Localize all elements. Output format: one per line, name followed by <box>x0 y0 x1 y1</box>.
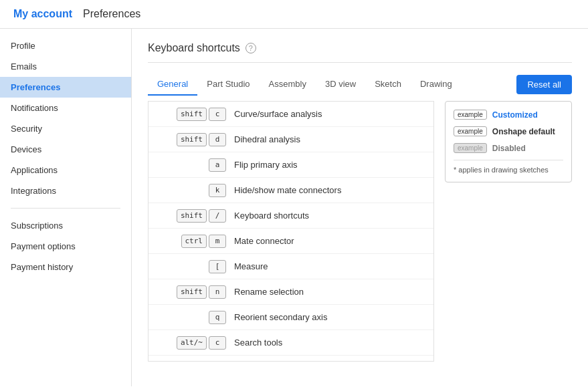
legend-note: * applies in drawing sketches <box>454 160 563 174</box>
sidebar-item-notifications[interactable]: Notifications <box>0 98 131 118</box>
tab-3d-view[interactable]: 3D view <box>316 74 365 96</box>
legend-item-disabled: example Disabled <box>454 143 563 153</box>
shortcut-keys: shift d <box>159 133 226 146</box>
shortcut-keys: [ <box>159 260 226 273</box>
sidebar-item-security[interactable]: Security <box>0 118 131 139</box>
key: shift <box>177 133 207 146</box>
key: a <box>209 158 226 172</box>
tab-assembly[interactable]: Assembly <box>260 74 316 96</box>
legend-label-customized: Customized <box>492 110 538 120</box>
key: [ <box>209 260 226 273</box>
sidebar: Profile Emails Preferences Notifications… <box>0 29 132 386</box>
tab-general[interactable]: General <box>148 74 197 96</box>
shortcut-label: Curve/surface analysis <box>234 109 322 119</box>
content-area: shift c Curve/surface analysis shift d D… <box>148 101 572 362</box>
shortcut-keys: k <box>159 184 226 197</box>
section-header: Keyboard shortcuts ? <box>148 42 572 63</box>
shortcut-label: Hide/show mate connectors <box>234 185 341 195</box>
shortcut-keys: shift n <box>159 285 226 299</box>
legend-item-customized: example Customized <box>454 110 563 120</box>
shortcut-keys: a <box>159 158 226 172</box>
sidebar-item-devices[interactable]: Devices <box>0 139 131 160</box>
shortcut-label: Mate connector <box>234 236 294 246</box>
key: c <box>209 336 226 350</box>
key: k <box>209 184 226 197</box>
shortcut-row: ctrl m Mate connector <box>149 229 433 254</box>
shortcut-keys: · <box>159 362 226 362</box>
page-header: My account Preferences <box>0 0 588 29</box>
shortcut-label: Rename selection <box>234 287 304 297</box>
main-layout: Profile Emails Preferences Notifications… <box>0 29 588 386</box>
key: ctrl <box>181 235 207 248</box>
my-account-link[interactable]: My account <box>13 8 72 20</box>
shortcut-label: Dihedral analysis <box>234 134 300 144</box>
shortcut-keys: q <box>159 311 226 324</box>
shortcut-keys: ctrl m <box>159 235 226 248</box>
shortcut-row: shift / Keyboard shortcuts <box>149 203 433 229</box>
shortcut-row: [ Measure <box>149 254 433 279</box>
shortcut-row: alt/~ c Search tools <box>149 330 433 356</box>
sidebar-item-subscriptions[interactable]: Subscriptions <box>0 215 131 236</box>
key: / <box>209 209 226 223</box>
sidebar-item-applications[interactable]: Applications <box>0 160 131 180</box>
shortcut-row: k Hide/show mate connectors <box>149 178 433 203</box>
shortcut-keys: shift c <box>159 108 226 121</box>
key: d <box>209 133 226 146</box>
shortcuts-list: shift c Curve/surface analysis shift d D… <box>149 102 433 362</box>
help-icon[interactable]: ? <box>246 43 256 53</box>
shortcut-label: Search tools <box>234 338 282 348</box>
key: q <box>209 311 226 324</box>
legend-label-onshape: Onshape default <box>492 127 555 136</box>
legend-item-onshape: example Onshape default <box>454 126 563 136</box>
tab-drawing[interactable]: Drawing <box>411 74 462 96</box>
shortcut-keys: shift / <box>159 209 226 223</box>
key: shift <box>177 285 207 299</box>
tabs-toolbar: General Part Studio Assembly 3D view Ske… <box>148 74 572 96</box>
key: shift <box>177 108 207 121</box>
sidebar-item-payment-options[interactable]: Payment options <box>0 236 131 257</box>
tab-sketch[interactable]: Sketch <box>365 74 411 96</box>
sidebar-item-preferences[interactable]: Preferences <box>0 77 131 98</box>
key: n <box>209 285 226 299</box>
shortcut-label: Reorient secondary axis <box>234 312 327 322</box>
legend-key-onshape: example <box>454 126 487 136</box>
key: shift <box>177 209 207 223</box>
legend-box: example Customized example Onshape defau… <box>445 101 572 182</box>
sidebar-item-payment-history[interactable]: Payment history <box>0 257 131 277</box>
shortcut-row: shift c Curve/surface analysis <box>149 102 433 127</box>
shortcut-row: shift d Dihedral analysis <box>149 127 433 152</box>
shortcut-label: Measure <box>234 261 268 271</box>
key: c <box>209 108 226 121</box>
sidebar-item-integrations[interactable]: Integrations <box>0 180 131 201</box>
shortcut-label: Flip primary axis <box>234 160 298 170</box>
shortcut-row: q Reorient secondary axis <box>149 305 433 330</box>
shortcut-label: Keyboard shortcuts <box>234 211 309 221</box>
sidebar-divider <box>11 208 120 209</box>
legend-key-disabled: example <box>454 143 487 153</box>
key: m <box>209 235 226 248</box>
shortcut-row: · Select other <box>149 356 433 362</box>
reset-all-button[interactable]: Reset all <box>516 75 572 94</box>
legend-key-customized: example <box>454 110 487 120</box>
key: · <box>209 362 226 362</box>
tab-part-studio[interactable]: Part Studio <box>197 74 259 96</box>
shortcuts-list-wrapper[interactable]: shift c Curve/surface analysis shift d D… <box>148 101 434 362</box>
key: alt/~ <box>177 336 207 350</box>
sidebar-item-profile[interactable]: Profile <box>0 35 131 56</box>
legend-label-disabled: Disabled <box>492 144 526 153</box>
shortcut-keys: alt/~ c <box>159 336 226 350</box>
shortcut-row: a Flip primary axis <box>149 152 433 178</box>
section-title: Keyboard shortcuts <box>148 42 240 54</box>
page-title: Preferences <box>83 8 140 20</box>
shortcut-row: shift n Rename selection <box>149 279 433 305</box>
main-content: Keyboard shortcuts ? General Part Studio… <box>132 29 588 386</box>
tabs-container: General Part Studio Assembly 3D view Ske… <box>148 74 462 96</box>
sidebar-item-emails[interactable]: Emails <box>0 56 131 77</box>
